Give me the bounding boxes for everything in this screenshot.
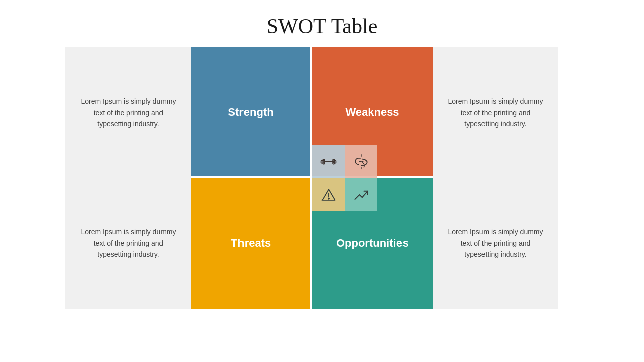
bottom-right-description: Lorem Ipsum is simply dummy text of the … — [443, 226, 548, 260]
weakness-icon — [352, 153, 370, 171]
bottom-left-text-cell: Lorem Ipsum is simply dummy text of the … — [65, 178, 191, 309]
bottom-right-text-cell: Lorem Ipsum is simply dummy text of the … — [433, 178, 558, 309]
top-left-text-cell: Lorem Ipsum is simply dummy text of the … — [65, 47, 191, 178]
threats-icon-cell — [312, 178, 345, 211]
bottom-left-description: Lorem Ipsum is simply dummy text of the … — [75, 226, 181, 260]
threats-cell: Threats — [191, 178, 312, 309]
svg-point-7 — [328, 198, 329, 199]
center-icon-overlay — [312, 145, 377, 211]
top-right-description: Lorem Ipsum is simply dummy text of the … — [443, 96, 548, 129]
top-left-description: Lorem Ipsum is simply dummy text of the … — [75, 96, 181, 129]
dumbbell-icon — [319, 153, 338, 171]
weakness-icon-cell — [345, 145, 377, 178]
strength-icon-cell — [312, 145, 345, 178]
strength-cell: Strength — [191, 47, 312, 178]
page-title: SWOT Table — [267, 14, 378, 38]
weakness-label: Weakness — [345, 106, 399, 119]
trend-up-icon — [352, 186, 370, 204]
top-right-text-cell: Lorem Ipsum is simply dummy text of the … — [433, 47, 558, 178]
strength-label: Strength — [228, 106, 273, 119]
warning-icon — [319, 186, 338, 204]
swot-table: Lorem Ipsum is simply dummy text of the … — [65, 47, 579, 309]
threats-label: Threats — [231, 237, 271, 250]
opportunities-label: Opportunities — [336, 237, 409, 250]
opportunities-icon-cell — [345, 178, 377, 211]
